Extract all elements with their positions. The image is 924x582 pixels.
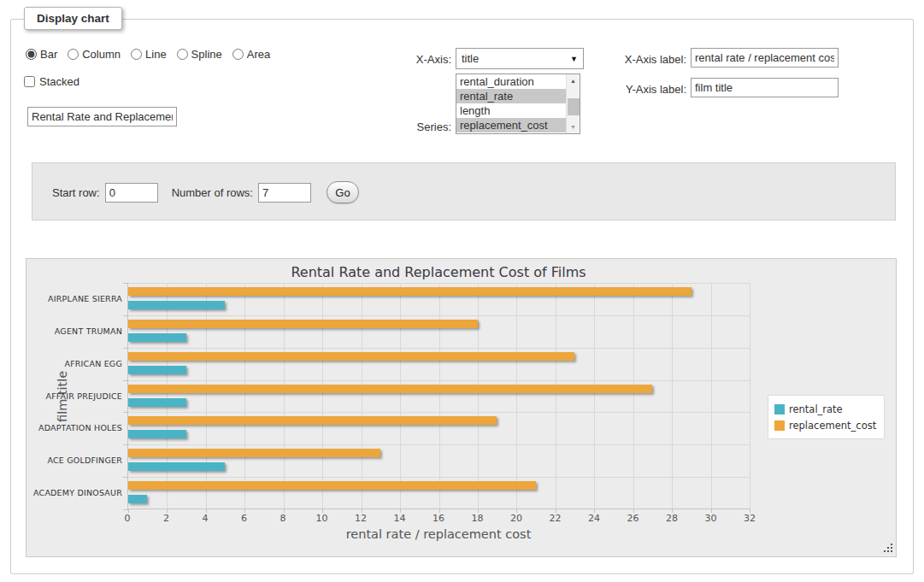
x-tick-label: 20 (510, 513, 522, 524)
legend-item-rental_rate[interactable]: rental_rate (774, 401, 876, 417)
chevron-down-icon: ▼ (570, 55, 578, 63)
series-options: rental_duration rental_rate length repla… (456, 74, 566, 133)
x-tick-label: 2 (163, 513, 169, 524)
bar-rental_rate (128, 495, 147, 503)
x-tick-label: 26 (627, 513, 639, 524)
category-band (128, 315, 750, 348)
x-tick-label: 24 (588, 513, 600, 524)
chart-type-label: Bar (40, 48, 57, 61)
scrollbar-thumb[interactable] (568, 98, 580, 115)
category-band (128, 380, 750, 413)
x-axis-title: rental rate / replacement cost (127, 527, 750, 541)
x-tick-label: 4 (203, 513, 209, 524)
category-labels: AIRPLANE SIERRAAGENT TRUMANAFRICAN EGGAF… (26, 283, 122, 509)
x-tick-label: 30 (705, 513, 717, 524)
chart-type-radio-bar[interactable] (26, 49, 37, 60)
chart-type-option-line[interactable]: Line (131, 48, 167, 61)
bar-rental_rate (128, 333, 186, 342)
chart-type-option-spline[interactable]: Spline (177, 48, 222, 61)
plot-area (127, 283, 750, 509)
x-tick-label: 0 (125, 513, 131, 524)
chart-type-label: Spline (191, 48, 222, 61)
x-tick-label: 6 (241, 513, 247, 524)
num-rows-input[interactable] (258, 183, 311, 203)
category-band (128, 477, 750, 509)
series-option-rental-rate[interactable]: rental_rate (456, 89, 566, 103)
panel-legend: Display chart (24, 7, 122, 30)
stacked-checkbox[interactable] (24, 76, 35, 87)
legend-item-replacement_cost[interactable]: replacement_cost (774, 417, 876, 433)
bar-rental_rate (128, 462, 225, 471)
legend-label: replacement_cost (789, 420, 876, 432)
category-band (128, 444, 750, 477)
series-option-replacement-cost[interactable]: replacement_cost (456, 118, 566, 132)
row-range-panel: Start row: Number of rows: Go (32, 162, 896, 220)
bar-rental_rate (128, 430, 186, 438)
chart-type-option-bar[interactable]: Bar (26, 48, 57, 61)
series-option-rental-duration[interactable]: rental_duration (456, 74, 566, 89)
start-row-caption: Start row: (52, 186, 100, 199)
x-tick-label: 14 (394, 513, 406, 524)
bar-replacement_cost (128, 352, 574, 361)
chart-type-option-column[interactable]: Column (68, 48, 121, 61)
scroll-up-icon[interactable]: ▲ (567, 74, 580, 87)
y-axis-label-caption: Y-Axis label: (611, 83, 686, 96)
category-label: AFFAIR PREJUDICE (26, 380, 122, 413)
category-band (128, 283, 750, 315)
category-label: ACADEMY DINOSAUR (26, 477, 122, 509)
chart-title: Rental Rate and Replacement Cost of Film… (127, 264, 750, 280)
chart-type-radio-spline[interactable] (177, 49, 188, 60)
bar-replacement_cost (128, 320, 478, 328)
resize-handle[interactable] (883, 544, 893, 554)
chart-type-label: Area (247, 48, 270, 61)
start-row-input[interactable] (105, 183, 158, 203)
x-axis-select[interactable]: title ▼ (456, 48, 584, 69)
x-tick-label: 16 (433, 513, 444, 524)
scroll-down-icon[interactable]: ▼ (567, 121, 580, 133)
x-axis-label-input[interactable] (691, 48, 839, 68)
gridline (750, 283, 750, 509)
chart-type-group: Bar Column Line Spline Area (26, 48, 277, 61)
legend-label: rental_rate (789, 403, 843, 415)
legend-swatch (774, 404, 785, 414)
category-label: AFRICAN EGG (26, 348, 122, 380)
bar-rental_rate (128, 398, 186, 407)
chart-type-radio-line[interactable] (131, 49, 142, 60)
category-label: AIRPLANE SIERRA (26, 283, 122, 315)
x-axis-caption: X-Axis: (376, 53, 451, 66)
chart-title-input[interactable] (27, 107, 177, 126)
x-tick-labels: 02468101214161820222426283032 (127, 513, 750, 525)
category-label: AGENT TRUMAN (26, 315, 122, 348)
bar-replacement_cost (128, 449, 380, 457)
bar-replacement_cost (128, 287, 692, 296)
num-rows-caption: Number of rows: (172, 186, 253, 199)
bar-replacement_cost (128, 385, 652, 393)
chart-type-label: Line (145, 48, 167, 61)
chart-type-radio-column[interactable] (68, 49, 79, 60)
series-option-length[interactable]: length (456, 103, 566, 118)
x-tick-label: 32 (744, 513, 756, 524)
x-axis-selected-value: title (462, 52, 570, 65)
y-axis-label-input[interactable] (691, 78, 839, 97)
chart-area: Rental Rate and Replacement Cost of Film… (26, 258, 897, 557)
y-tick-mark (123, 509, 128, 510)
series-caption: Series: (376, 121, 451, 133)
category-band (128, 412, 750, 444)
x-tick-label: 18 (472, 513, 484, 524)
category-band (128, 348, 750, 380)
bar-replacement_cost (128, 481, 536, 490)
x-tick-label: 28 (666, 513, 678, 524)
x-tick-label: 12 (355, 513, 367, 524)
legend-swatch (774, 420, 785, 431)
go-button[interactable]: Go (327, 181, 359, 203)
chart-type-label: Column (82, 48, 121, 61)
category-label: ACE GOLDFINGER (26, 444, 122, 477)
series-scrollbar[interactable]: ▲ ▼ (566, 74, 580, 133)
stacked-label: Stacked (39, 75, 79, 88)
chart-type-option-area[interactable]: Area (232, 48, 270, 61)
x-tick-label: 10 (316, 513, 328, 524)
series-listbox[interactable]: rental_duration rental_rate length repla… (456, 73, 580, 134)
chart-type-radio-area[interactable] (232, 49, 244, 60)
x-tick-label: 8 (280, 513, 286, 524)
stacked-option[interactable]: Stacked (24, 75, 79, 88)
